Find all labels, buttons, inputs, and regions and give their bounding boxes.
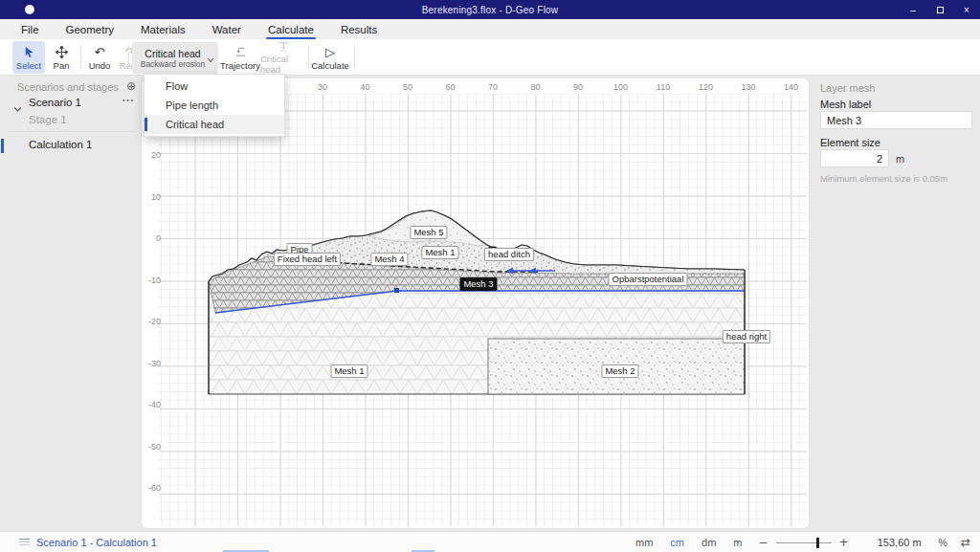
calculation-item[interactable]: Calculation 1 bbox=[29, 139, 92, 150]
close-button[interactable]: × bbox=[953, 0, 980, 19]
toolbar-separator bbox=[354, 45, 355, 70]
mesh-annotation-mesh-2[interactable]: Mesh 2 bbox=[601, 364, 638, 378]
critical-head-button[interactable]: Critical head bbox=[260, 41, 306, 74]
unit-cm[interactable]: cm bbox=[670, 537, 684, 548]
menu-option-critical-head[interactable]: Critical head bbox=[145, 115, 284, 134]
calculation-mode-menu: FlowPipe lengthCritical head bbox=[144, 74, 285, 137]
element-size-caption: Element size bbox=[820, 137, 880, 148]
fit-to-view-icon[interactable]: ⇄ bbox=[961, 536, 970, 549]
mesh-label-input[interactable] bbox=[820, 111, 972, 129]
menu-geometry[interactable]: Geometry bbox=[62, 21, 119, 37]
calculation-mode-dropdown[interactable]: Critical head Backward erosion bbox=[132, 42, 218, 74]
menu-bar: FileGeometryMaterialsWaterCalculateResul… bbox=[0, 19, 980, 39]
mode-title: Critical head bbox=[139, 48, 207, 59]
chevron-down-icon bbox=[207, 50, 214, 67]
scenario-item[interactable]: Scenario 1 bbox=[29, 97, 81, 108]
menu-water[interactable]: Water bbox=[209, 21, 245, 37]
calculate-button[interactable]: ▷ Calculate bbox=[312, 41, 348, 74]
chevron-down-icon[interactable] bbox=[13, 99, 22, 117]
unit-mm[interactable]: mm bbox=[635, 537, 653, 548]
critical-head-label: Critical head bbox=[260, 54, 306, 75]
panel-header: Layer mesh bbox=[820, 82, 875, 94]
undo-icon: ↶ bbox=[95, 45, 105, 59]
status-bar: Scenario 1 - Calculation 1 mmcmdmm − + 1… bbox=[0, 531, 980, 552]
element-size-unit: m bbox=[896, 153, 904, 165]
stage-item[interactable]: Stage 1 bbox=[29, 114, 67, 125]
calculate-label: Calculate bbox=[311, 60, 349, 71]
scenarios-panel: Scenarios and stages ⊕ Scenario 1 ⋯ Stag… bbox=[0, 76, 142, 531]
layer-mesh-panel: Layer mesh Mesh label Element size m Min… bbox=[816, 78, 980, 528]
divider bbox=[8, 131, 136, 132]
zoom-slider-track bbox=[776, 542, 832, 543]
geometry-canvas[interactable]: 2030405060708090100110120130140 20100-10… bbox=[142, 78, 809, 528]
mesh-annotation-mesh-1[interactable]: Mesh 1 bbox=[330, 364, 368, 378]
mesh-annotation-head-right[interactable]: head right bbox=[723, 330, 770, 343]
toolbar-separator bbox=[128, 45, 129, 70]
zoom-percent-icon[interactable]: % bbox=[939, 537, 947, 548]
cursor-icon bbox=[23, 45, 35, 59]
maximize-button[interactable] bbox=[926, 0, 953, 19]
minimize-button[interactable]: – bbox=[900, 0, 926, 19]
mode-subtitle: Backward erosion bbox=[139, 59, 207, 69]
zoom-out-button[interactable]: − bbox=[758, 536, 768, 549]
more-options-icon[interactable]: ⋯ bbox=[122, 93, 134, 107]
toolbar-separator bbox=[308, 45, 309, 70]
zoom-slider-handle[interactable] bbox=[816, 538, 819, 548]
mesh-annotation-fixed-head-left[interactable]: Fixed head left bbox=[274, 253, 341, 266]
menu-calculate[interactable]: Calculate bbox=[264, 21, 318, 37]
select-label: Select bbox=[16, 60, 41, 71]
menu-option-flow[interactable]: Flow bbox=[145, 77, 284, 96]
pan-icon bbox=[56, 45, 68, 59]
d-geo-flow-window: Berekening3.flox - D-Geo Flow – × FileGe… bbox=[0, 0, 980, 552]
toolbar-separator bbox=[80, 45, 81, 70]
trajectory-icon bbox=[234, 45, 247, 59]
scenarios-header: Scenarios and stages bbox=[17, 81, 119, 93]
unit-dm[interactable]: dm bbox=[702, 537, 716, 548]
title-bar: Berekening3.flox - D-Geo Flow – × bbox=[0, 0, 980, 19]
mesh-label-caption: Mesh label bbox=[820, 99, 871, 110]
element-size-hint: Minimum element size is 0.05m bbox=[820, 173, 947, 184]
menu-results[interactable]: Results bbox=[337, 21, 381, 37]
active-selection-label: Scenario 1 - Calculation 1 bbox=[36, 537, 157, 548]
pan-label: Pan bbox=[54, 60, 70, 71]
menu-file[interactable]: File bbox=[17, 21, 43, 37]
mesh-annotation-mesh-5[interactable]: Mesh 5 bbox=[410, 226, 447, 239]
critical-head-icon bbox=[278, 40, 290, 53]
scale-readout: 153,60 m bbox=[870, 537, 922, 548]
maximize-icon bbox=[937, 7, 944, 13]
mesh-annotation-opbarstpotentiaal[interactable]: Opbarstpotentiaal bbox=[609, 273, 688, 286]
cross-section-drawing bbox=[142, 78, 809, 528]
element-size-input[interactable] bbox=[820, 149, 889, 167]
select-button[interactable]: Select bbox=[12, 41, 45, 74]
play-icon: ▷ bbox=[325, 45, 335, 59]
window-title: Berekening3.flox - D-Geo Flow bbox=[0, 5, 980, 15]
undo-button[interactable]: ↶ Undo bbox=[84, 41, 115, 74]
toolbar: Select Pan ↶ Undo ↷ Redo Critical head bbox=[0, 39, 980, 76]
pan-button[interactable]: Pan bbox=[47, 41, 76, 74]
mesh-annotation-mesh-3[interactable]: Mesh 3 bbox=[459, 277, 497, 291]
undo-label: Undo bbox=[89, 60, 111, 71]
trajectory-label: Trajectory bbox=[220, 60, 260, 71]
unit-switcher: mmcmdmm bbox=[627, 537, 750, 548]
zoom-slider[interactable] bbox=[776, 538, 832, 548]
trajectory-button[interactable]: Trajectory bbox=[220, 41, 260, 74]
mesh-annotation-mesh-1[interactable]: Mesh 1 bbox=[421, 246, 458, 259]
unit-m[interactable]: m bbox=[733, 537, 742, 548]
selected-indicator bbox=[1, 139, 4, 153]
add-scenario-icon[interactable]: ⊕ bbox=[126, 79, 136, 93]
mesh-annotation-head-ditch[interactable]: head ditch bbox=[484, 248, 534, 261]
mesh-annotation-mesh-4[interactable]: Mesh 4 bbox=[370, 253, 408, 266]
selection-list-icon[interactable] bbox=[19, 539, 30, 547]
zoom-in-button[interactable]: + bbox=[839, 536, 849, 549]
menu-materials[interactable]: Materials bbox=[137, 21, 189, 37]
menu-option-pipe-length[interactable]: Pipe length bbox=[145, 96, 284, 115]
